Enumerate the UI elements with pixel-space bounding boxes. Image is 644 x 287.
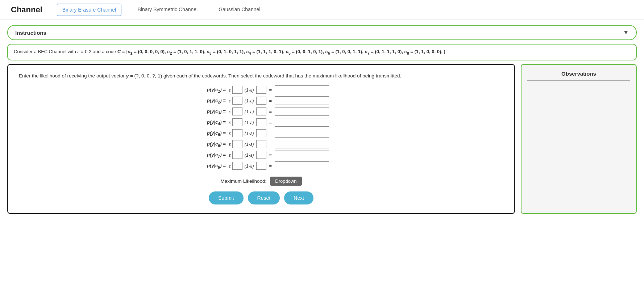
equation-row-2: p(y|c2) = ε (1-ε) = [193,96,329,105]
eq7-epsilon-exp[interactable] [232,151,242,159]
observations-title: Observations [527,71,630,81]
equation-row-7: p(y|c7) = ε (1-ε) = [193,151,329,159]
main-area: Enter the likelihood of receiving the ou… [7,64,637,214]
chevron-down-icon: ▼ [623,29,629,36]
eq2-result[interactable] [275,96,329,105]
eq7-one-minus-epsilon-exp[interactable] [256,151,266,159]
ml-row: Maximum Likelihood: Dropdown [19,177,503,186]
eq5-epsilon-exp[interactable] [232,129,242,137]
problem-statement: Consider a BEC Channel with ε = 0.2 and … [7,44,637,60]
eq3-epsilon-exp[interactable] [232,107,242,115]
tab-binary-symmetric[interactable]: Binary Symmetric Channel [132,4,203,16]
eq8-result[interactable] [275,161,329,170]
eq-label-4: p(y|c4) = [193,119,226,126]
page-title: Channel [11,5,42,14]
eq4-result[interactable] [275,118,329,127]
ml-label: Maximum Likelihood: [220,178,266,184]
eq5-one-minus-epsilon-exp[interactable] [256,129,266,137]
eq3-one-minus-epsilon-exp[interactable] [256,107,266,115]
eq-label-3: p(y|c3) = [193,109,226,115]
eq8-epsilon-exp[interactable] [232,162,242,170]
equation-row-6: p(y|c6) = ε (1-ε) = [193,140,329,148]
eq8-one-minus-epsilon-exp[interactable] [256,162,266,170]
next-button[interactable]: Next [284,191,313,204]
equation-row-3: p(y|c3) = ε (1-ε) = [193,107,329,116]
eq6-epsilon-exp[interactable] [232,140,242,148]
eq4-epsilon-exp[interactable] [232,118,242,126]
eq-label-1: p(y|c1) = [193,87,226,93]
eq5-result[interactable] [275,129,329,138]
eq6-one-minus-epsilon-exp[interactable] [256,140,266,148]
equation-row-8: p(y|c8) = ε (1-ε) = [193,161,329,170]
reset-button[interactable]: Reset [248,191,280,204]
eq1-result[interactable] [275,85,329,94]
eq2-epsilon-exp[interactable] [232,97,242,105]
eq7-result[interactable] [275,151,329,159]
eq-label-2: p(y|c2) = [193,98,226,104]
eq-label-6: p(y|c6) = [193,141,226,148]
eq-label-7: p(y|c7) = [193,152,226,159]
eq-label-5: p(y|c5) = [193,130,226,137]
eq3-result[interactable] [275,107,329,116]
submit-button[interactable]: Submit [209,191,244,204]
tab-gaussian[interactable]: Gaussian Channel [213,4,265,16]
eq4-one-minus-epsilon-exp[interactable] [256,118,266,126]
equation-row-5: p(y|c5) = ε (1-ε) = [193,129,329,138]
tab-binary-erasure[interactable]: Binary Erasure Channel [57,4,122,16]
right-panel: Observations [521,64,637,214]
eq6-result[interactable] [275,140,329,148]
left-panel: Enter the likelihood of receiving the ou… [7,64,515,214]
eq1-epsilon-exp[interactable] [232,86,242,94]
eq-label-8: p(y|c8) = [193,163,226,169]
eq2-one-minus-epsilon-exp[interactable] [256,97,266,105]
action-buttons: Submit Reset Next [19,191,503,204]
eq1-one-minus-epsilon-exp[interactable] [256,86,266,94]
equation-row-4: p(y|c4) = ε (1-ε) = [193,118,329,127]
intro-text: Enter the likelihood of receiving the ou… [19,72,503,80]
instructions-label: Instructions [15,30,46,36]
instructions-bar[interactable]: Instructions ▼ [7,25,637,40]
page-header: Channel Binary Erasure Channel Binary Sy… [0,0,644,20]
equations-container: p(y|c1) = ε (1-ε) = p(y|c2) = ε (1-ε) = [19,85,503,170]
equation-row-1: p(y|c1) = ε (1-ε) = [193,85,329,94]
ml-dropdown-button[interactable]: Dropdown [270,177,302,186]
tab-bar: Binary Erasure Channel Binary Symmetric … [57,4,266,16]
